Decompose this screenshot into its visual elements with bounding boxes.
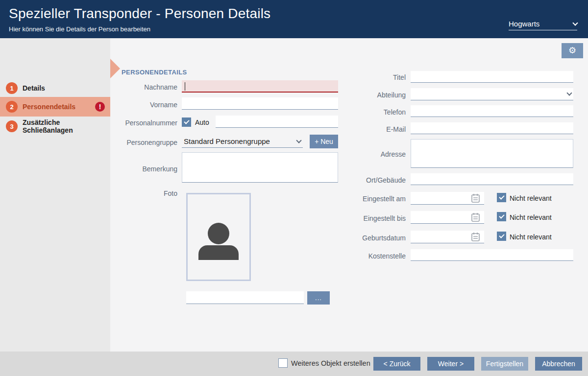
geburtsdatum-nicht-relevant-checkbox[interactable] — [497, 232, 506, 241]
eingestellt-am-label: Eingestellt am — [314, 195, 406, 203]
project-selector[interactable]: Hogwarts — [509, 18, 577, 30]
footer-bar: Weiteres Objekt erstellen < Zurück Weite… — [0, 352, 588, 376]
header-bar: Spezieller Transponder - Personen Detail… — [0, 0, 588, 38]
weiteres-objekt-checkbox[interactable] — [278, 358, 288, 368]
nicht-relevant-label: Nicht relevant — [510, 194, 552, 202]
step-number-badge: 3 — [6, 120, 18, 132]
section-title: PERSONENDETAILS — [122, 69, 187, 76]
settings-gear-button[interactable]: ⚙︎ — [562, 43, 583, 58]
titel-input[interactable] — [411, 71, 573, 83]
foto-label: Foto — [74, 189, 177, 197]
geburtsdatum-date-input[interactable] — [411, 231, 484, 243]
kostenstelle-input[interactable] — [411, 249, 573, 261]
telefon-label: Telefon — [314, 108, 406, 116]
photo-placeholder[interactable] — [186, 193, 251, 281]
wizard-window: Spezieller Transponder - Personen Detail… — [0, 0, 588, 376]
page-title: Spezieller Transponder - Personen Detail… — [9, 6, 270, 22]
ort-gebaeude-input[interactable] — [411, 173, 573, 185]
photo-path-input[interactable] — [186, 291, 304, 304]
email-input[interactable] — [411, 122, 573, 134]
project-selector-value: Hogwarts — [509, 20, 539, 28]
eingestellt-bis-date-input[interactable] — [411, 211, 484, 224]
back-button[interactable]: < Zurück — [373, 357, 420, 371]
check-icon — [499, 194, 504, 199]
titel-label: Titel — [314, 73, 406, 81]
step-label: Personendetails — [23, 103, 75, 111]
abteilung-select[interactable] — [411, 88, 573, 100]
bemerkung-label: Bemerkung — [74, 165, 177, 173]
ort-gebaeude-label: Ort/Gebäude — [314, 176, 406, 184]
auto-checkbox[interactable] — [182, 118, 191, 127]
step-number-badge: 1 — [6, 82, 18, 94]
personengruppe-value: Standard Personengruppe — [184, 137, 270, 145]
geburtsdatum-label: Geburtsdatum — [314, 234, 406, 242]
finish-button[interactable]: Fertigstellen — [481, 357, 528, 371]
check-icon — [499, 233, 504, 238]
auto-checkbox-label: Auto — [195, 118, 209, 126]
personengruppe-select[interactable]: Standard Personengruppe — [182, 135, 303, 148]
vorname-label: Vorname — [74, 101, 177, 109]
person-icon — [198, 245, 239, 260]
chevron-down-icon — [572, 20, 578, 25]
page-subtitle: Hier können Sie die Details der Person b… — [9, 25, 150, 33]
check-icon — [184, 118, 189, 124]
text-caret — [185, 82, 185, 91]
abteilung-label: Abteilung — [314, 91, 406, 99]
gear-icon: ⚙︎ — [568, 46, 576, 55]
personalnummer-label: Personalnummer — [74, 119, 177, 127]
browse-button[interactable]: ... — [307, 291, 330, 305]
step-number-badge: 2 — [6, 101, 18, 113]
chevron-down-icon — [296, 138, 301, 143]
personengruppe-label: Personengruppe — [74, 139, 177, 146]
email-label: E-Mail — [314, 125, 406, 133]
person-icon — [208, 223, 229, 244]
active-step-arrow — [110, 59, 120, 78]
telefon-input[interactable] — [411, 105, 573, 117]
eingestellt-am-date-input[interactable] — [411, 192, 484, 205]
eingestellt-am-nicht-relevant-checkbox[interactable] — [497, 193, 506, 202]
adresse-textarea[interactable] — [411, 139, 573, 168]
eingestellt-bis-nicht-relevant-checkbox[interactable] — [497, 212, 506, 221]
check-icon — [499, 213, 504, 218]
neu-button[interactable]: + Neu — [310, 135, 338, 148]
adresse-label: Adresse — [314, 150, 406, 158]
next-button[interactable]: Weiter > — [427, 357, 474, 371]
cancel-button[interactable]: Abbrechen — [535, 357, 582, 371]
step-label: Details — [23, 84, 45, 92]
nicht-relevant-label: Nicht relevant — [510, 213, 552, 221]
nicht-relevant-label: Nicht relevant — [510, 233, 552, 241]
nachname-label: Nachname — [74, 83, 177, 91]
eingestellt-bis-label: Eingestellt bis — [314, 214, 406, 222]
weiteres-objekt-label: Weiteres Objekt erstellen — [291, 359, 370, 367]
chevron-down-icon — [566, 90, 572, 95]
kostenstelle-label: Kostenstelle — [314, 252, 406, 260]
